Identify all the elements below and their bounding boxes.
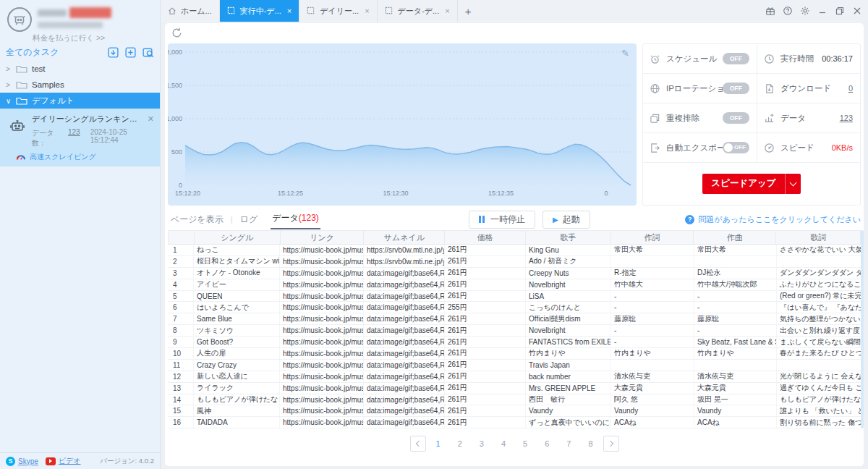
add-task-icon[interactable] (124, 46, 137, 59)
page-2[interactable]: 2 (458, 439, 462, 448)
view-toolbar: ページを表示 | ログ データ(123) 一時停止 ▶起動 ? 問題があったらこ… (169, 210, 861, 229)
pay-link[interactable]: 料金を払うに行く >> (33, 33, 105, 43)
table-row[interactable]: 14もしもピアノが弾けたならhttps://music-book.jp/musi… (168, 394, 861, 406)
chevron-right-icon (607, 441, 613, 447)
toggle-pill[interactable]: OFF (723, 83, 749, 94)
table-row[interactable]: 10人生の扉https://music-book.jp/music/Art...… (168, 348, 861, 360)
tab-2[interactable]: デイリー...× (299, 0, 377, 22)
refresh-icon[interactable] (171, 27, 183, 39)
page-8[interactable]: 8 (588, 439, 592, 448)
table-row[interactable]: 9Got Boost?https://music-book.jp/music/A… (168, 337, 861, 348)
search-task-icon[interactable] (142, 46, 154, 59)
stat-value[interactable]: 123 (840, 114, 853, 122)
tab-0[interactable]: ホーム... (161, 0, 220, 22)
column-header-6[interactable]: 作詞 (611, 231, 694, 244)
column-header-4[interactable]: 価格 (445, 231, 526, 244)
page-3[interactable]: 3 (480, 439, 484, 448)
sidebar-folder-test[interactable]: >test (0, 61, 160, 77)
column-header-3[interactable]: サムネイル (364, 231, 445, 244)
stat-1: ダウンロード0 (757, 74, 860, 103)
edit-chart-icon[interactable]: ✎ (621, 48, 629, 59)
start-button[interactable]: ▶起動 (542, 211, 590, 229)
tab-log[interactable]: ログ (239, 211, 260, 229)
tab-data[interactable]: データ(123) (271, 209, 320, 229)
page-5[interactable]: 5 (523, 439, 527, 448)
import-task-icon[interactable] (107, 46, 119, 59)
gift-icon[interactable] (765, 6, 775, 17)
tab-show-page[interactable]: ページを表示 (169, 211, 225, 229)
next-page-button[interactable] (603, 436, 619, 452)
table-row[interactable]: 5QUEENhttps://music-book.jp/music/Art...… (168, 291, 861, 303)
question-icon: ? (685, 215, 694, 224)
stat-value[interactable]: 0 (848, 84, 853, 93)
speed-up-dropdown[interactable] (785, 174, 801, 194)
column-header-1[interactable]: シングル (195, 231, 281, 244)
stat-0: 実行時間00:36:17 (757, 44, 860, 74)
cell: ささやかな花でいい 大袈裟で... (777, 245, 861, 255)
page-7[interactable]: 7 (566, 439, 571, 448)
cell: Got Boost? (194, 337, 280, 347)
restore-icon[interactable] (834, 6, 845, 17)
problem-help-link[interactable]: ? 問題があったらここをクリックしてください (685, 214, 861, 225)
speed-up-button[interactable]: スピードアップ (702, 174, 800, 194)
new-tab-button[interactable]: + (458, 0, 479, 22)
task-close-icon[interactable]: ✕ (148, 114, 154, 124)
page-6[interactable]: 6 (545, 439, 549, 448)
auto-export-toggle[interactable]: OFF (723, 142, 749, 153)
table-row[interactable]: 1ねっこhttps://music-book.jp/music/Art...ht… (168, 245, 861, 256)
data-count-value[interactable]: 123 (68, 128, 80, 148)
prev-page-button[interactable] (410, 436, 426, 452)
column-header-7[interactable]: 作曲 (694, 231, 776, 244)
sidebar-folder-Samples[interactable]: >Samples (0, 77, 160, 93)
svg-text:15:12:20: 15:12:20 (175, 190, 200, 197)
toggle-pill[interactable]: OFF (723, 53, 749, 64)
column-header-2[interactable]: リンク (281, 231, 365, 244)
task-item[interactable]: デイリーシングルランキング｜音楽ダウン... ✕ データ数： 123 2024-… (0, 109, 160, 166)
table-scrollbar[interactable] (861, 230, 864, 428)
table-row[interactable]: 15風神https://music-book.jp/music/Art...da… (168, 405, 861, 417)
cell: 西田 敏行 (526, 394, 611, 405)
tab-1[interactable]: 実行中-デ...× (220, 0, 300, 22)
help-icon[interactable] (782, 6, 793, 17)
table-row[interactable]: 8ツキミソウhttps://music-book.jp/music/Art...… (168, 325, 861, 337)
setting-label: 重複排除 (666, 113, 723, 124)
table-row[interactable]: 6はいよろこんでhttps://music-book.jp/music/Art.… (168, 302, 861, 313)
column-header-8[interactable]: 歌詞 (776, 231, 860, 244)
minimize-icon[interactable] (817, 6, 827, 17)
tab-close-icon[interactable]: × (365, 7, 369, 15)
tab-3[interactable]: データ-デ...× (378, 0, 458, 22)
window-icon (307, 7, 315, 15)
cell: - (611, 302, 694, 313)
tasks-header: 全てのタスク (0, 43, 160, 61)
table-row[interactable]: 7Same Bluehttps://music-book.jp/music/Ar… (168, 313, 861, 325)
pause-button[interactable]: 一時停止 (469, 211, 535, 229)
table-row[interactable]: 3オトノケ - Otonokehttps://music-book.jp/mus… (168, 268, 861, 279)
cell: data:image/gif;base64,R0IGO... (364, 371, 445, 382)
data-chart-icon (764, 113, 775, 124)
settings-icon[interactable] (799, 6, 810, 17)
stat-label: スピード (780, 143, 832, 153)
table-row[interactable]: 11Crazy Crazyhttps://music-book.jp/music… (168, 360, 861, 371)
skype-link[interactable]: Skype (18, 457, 38, 465)
table-row[interactable]: 4アイビーhttps://music-book.jp/music/Art...d… (168, 279, 861, 291)
cell: 春がまた来るたび ひとつ年を... (777, 348, 861, 359)
page-4[interactable]: 4 (501, 439, 506, 448)
column-header-5[interactable]: 歌手 (526, 231, 611, 244)
sidebar-folder-デフォルト[interactable]: ∨デフォルト (0, 93, 160, 109)
close-icon[interactable] (851, 6, 862, 17)
tab-close-icon[interactable]: × (287, 7, 292, 15)
cell: 藤原聡 (694, 313, 777, 324)
table-row[interactable]: 16TAIDADAhttps://music-book.jp/music/Art… (168, 417, 861, 428)
toggle-pill[interactable]: OFF (723, 112, 749, 124)
table-row[interactable]: 13ライラックhttps://music-book.jp/music/Art..… (168, 383, 861, 394)
row-number: 8 (168, 325, 194, 336)
home-icon (168, 7, 176, 15)
cell: data:image/gif;base64,R0IGO... (364, 313, 445, 324)
all-tasks-label[interactable]: 全てのタスク (6, 46, 102, 59)
tab-close-icon[interactable]: × (445, 7, 449, 15)
video-link[interactable]: ビデオ (59, 456, 81, 466)
column-header-0[interactable] (169, 231, 195, 244)
page-1[interactable]: 1 (436, 439, 441, 448)
table-row[interactable]: 2桜日和とタイムマシン with 初...https://music-book.… (168, 256, 861, 268)
table-row[interactable]: 12新しい恋人達にhttps://music-book.jp/music/Art… (168, 371, 861, 383)
